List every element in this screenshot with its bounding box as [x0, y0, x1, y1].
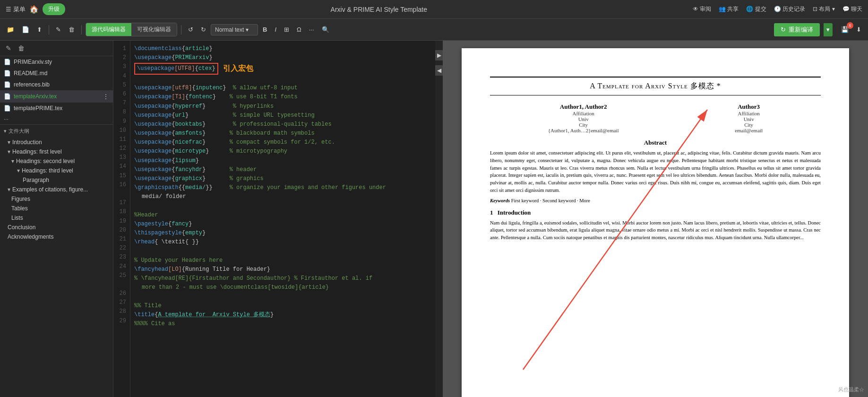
style-label: Normal text	[215, 26, 244, 33]
recompile-dropdown-button[interactable]: ▾	[824, 23, 833, 36]
file-name: README.md	[14, 70, 109, 77]
chat-button[interactable]: 💬 聊天	[842, 5, 862, 13]
outline-item-tables[interactable]: Tables	[0, 204, 113, 213]
download-button[interactable]: ⬇	[853, 24, 864, 35]
bold-button[interactable]: B	[260, 24, 270, 35]
file-item-readme[interactable]: 📄 README.md	[0, 68, 113, 79]
file-item-templateprime[interactable]: 📄 templatePRIME.tex	[0, 103, 113, 114]
file-item-templatearxiv[interactable]: 📄 templateArxiv.tex ⋮	[0, 90, 113, 103]
outline-item-headings1[interactable]: ▾ Headings: first level	[0, 147, 113, 156]
outline-item-headings3[interactable]: ▾ Headings: third level	[0, 166, 113, 175]
folder-button[interactable]: 📁	[4, 24, 17, 35]
file-icon: 📄	[4, 59, 11, 65]
code-line-3: \usepackage[UTF8]{ctex} 引入宏包	[134, 62, 431, 75]
outline-item-paragraph[interactable]: Paragraph	[0, 175, 113, 185]
redo-button[interactable]: ↻	[198, 24, 209, 35]
sidebar-delete-button[interactable]: 🗑	[16, 43, 26, 53]
section-num: 1	[490, 209, 493, 216]
code-editor[interactable]: 1 2 3 4 5 6 7 8 9 10 11 12 13 14 15 16 .…	[113, 41, 435, 397]
file-sidebar: ✎ 🗑 📄 PRIMEarxiv.sty 📄 README.md 📄 refer…	[0, 41, 113, 397]
recompile-label: 重新编译	[789, 26, 813, 34]
code-line-23: % Update your Headers here	[134, 256, 431, 265]
main-content: ✎ 🗑 📄 PRIMEarxiv.sty 📄 README.md 📄 refer…	[0, 41, 868, 397]
file-icon: 📄	[4, 93, 11, 100]
file-icon: 📄	[4, 105, 11, 112]
file-item-references[interactable]: 📄 references.bib	[0, 79, 113, 90]
more-dots[interactable]: ···	[0, 114, 113, 124]
tab-visual[interactable]: 可视化编辑器	[131, 23, 177, 36]
undo-button[interactable]: ↺	[185, 24, 196, 35]
outline-item-label: Headings: first level	[12, 148, 62, 155]
upgrade-button[interactable]: 升级	[43, 3, 65, 15]
preview-panel[interactable]: A Template for Arxiv Style 多模态 * Author1…	[443, 41, 868, 397]
new-file-button[interactable]: 📄	[19, 24, 32, 35]
abstract-text: Lorem ipsum dolor sit amet, consectetuer…	[490, 149, 821, 194]
submit-button[interactable]: 🌐 提交	[746, 5, 766, 13]
italic-button[interactable]: I	[272, 24, 279, 35]
refresh-icon: ↻	[781, 26, 786, 33]
nav-arrow-right[interactable]: ▶	[434, 50, 444, 60]
editor-tabs: 源代码编辑器 可视化编辑器	[86, 23, 177, 36]
authors-row: Author1, Author2 Affiliation Univ City {…	[490, 103, 821, 133]
search-button[interactable]: 🔍	[319, 24, 332, 35]
outline-item-citations[interactable]: ▾ Examples of citations, figure...	[0, 185, 113, 194]
outline-item-label: Tables	[11, 205, 28, 212]
save-button[interactable]: 💾 6	[838, 24, 851, 35]
author-city: City	[735, 122, 763, 128]
author-affiliation: Affiliation	[548, 111, 619, 116]
outline-item-figures[interactable]: Figures	[0, 194, 113, 204]
editor-scrollbar: ▶ ◀	[435, 41, 443, 397]
section-title: Introduction	[498, 209, 531, 216]
code-line-14: \usepackage{fancyhdr} % header	[134, 165, 431, 174]
recompile-group: ↻ 重新编译 ▾	[770, 23, 833, 36]
outline-item-headings2[interactable]: ▾ Headings: second level	[0, 156, 113, 166]
omega-button[interactable]: Ω	[294, 24, 304, 35]
review-button[interactable]: 👁 审阅	[693, 5, 711, 13]
code-line-27: %% Title	[134, 302, 431, 311]
outline-label: 文件大纲	[9, 128, 29, 135]
menu-button[interactable]: ☰ 菜单	[6, 5, 26, 14]
code-line-25: % \fancyhead[RE]{Firstauthor and Seconda…	[134, 274, 431, 283]
code-line-11: \usepackage{nicefrac} % compact symbols …	[134, 138, 431, 147]
home-button[interactable]: 🏠	[29, 5, 39, 14]
tab-source[interactable]: 源代码编辑器	[86, 23, 131, 36]
code-line-15: \usepackage{graphicx} % graphics	[134, 174, 431, 183]
sidebar-edit-button[interactable]: ✎	[4, 43, 13, 53]
table-button[interactable]: ⊞	[281, 24, 292, 35]
file-name: templateArxiv.tex	[14, 93, 100, 100]
preview-title: A Template for Arxiv Style 多模态 *	[490, 77, 821, 95]
file-item-primearxiv[interactable]: 📄 PRIMEarxiv.sty	[0, 56, 113, 68]
upload-button[interactable]: ⬆	[34, 24, 45, 35]
outline-item-lists[interactable]: Lists	[0, 213, 113, 223]
code-line-6: \usepackage[T1]{fontenc} % use 8-bit T1 …	[134, 93, 431, 102]
more-button[interactable]: ···	[306, 24, 317, 35]
code-line-26	[134, 292, 431, 301]
code-line-9: \usepackage{booktabs} % professional-qua…	[134, 120, 431, 129]
author-name: Author3	[735, 103, 763, 111]
delete-button[interactable]: 🗑	[66, 24, 77, 35]
code-line-10: \usepackage{amsfonts} % blackboard math …	[134, 129, 431, 138]
share-button[interactable]: 👥 共享	[719, 5, 739, 13]
outline-header[interactable]: ▾ 文件大纲	[0, 125, 113, 138]
author-name: Author1, Author2	[548, 103, 619, 111]
recompile-button[interactable]: ↻ 重新编译	[774, 23, 820, 36]
file-more-icon[interactable]: ⋮	[103, 93, 109, 100]
file-name: templatePRIME.tex	[14, 105, 109, 112]
outline-item-acknowledgments[interactable]: Acknowledgments	[0, 232, 113, 242]
edit-button[interactable]: ✎	[53, 24, 64, 35]
outline-item-conclusion[interactable]: Conclusion	[0, 223, 113, 232]
collapse-icon: ▾	[8, 139, 10, 146]
file-name: references.bib	[14, 81, 109, 88]
code-line-8: \usepackage{url} % simple URL typesettin…	[134, 111, 431, 120]
preview-page: A Template for Arxiv Style 多模态 * Author1…	[462, 48, 849, 397]
code-line-22	[134, 247, 431, 256]
layout-button[interactable]: ⊡ 布局 ▾	[813, 5, 835, 13]
nav-arrow-left[interactable]: ◀	[434, 65, 444, 76]
history-button[interactable]: 🕐 历史记录	[774, 5, 805, 13]
line-numbers: 1 2 3 4 5 6 7 8 9 10 11 12 13 14 15 16 .…	[113, 41, 130, 397]
outline-item-introduction[interactable]: ▾ Introduction	[0, 138, 113, 147]
code-text[interactable]: \documentclass{article} \usepackage{PRIM…	[130, 41, 435, 397]
style-dropdown[interactable]: Normal text ▾	[211, 24, 258, 35]
code-line-7: \usepackage{hyperref} % hyperlinks	[134, 102, 431, 111]
author-block-2: Author3 Affiliation Univ City email@emai…	[735, 103, 763, 133]
